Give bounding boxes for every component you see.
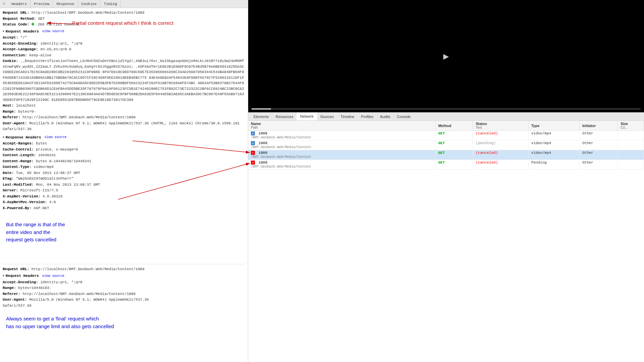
row-icon-blue: ⇄ bbox=[251, 131, 255, 135]
tab-timeline[interactable]: Timeline bbox=[337, 113, 358, 120]
tab-timing[interactable]: Timing bbox=[100, 0, 121, 8]
row-size bbox=[618, 131, 644, 140]
row-method: GET bbox=[438, 131, 445, 135]
view-source-link-3[interactable]: view source bbox=[42, 274, 64, 279]
request2-section: Request URL: http://localhost/BMT.GeoDas… bbox=[3, 264, 245, 309]
annotation-final-request: Always seem to get a 'final' request whi… bbox=[6, 315, 245, 330]
row-name: 1009 bbox=[259, 151, 267, 155]
tab-network[interactable]: Network bbox=[297, 113, 317, 120]
tab-resources[interactable]: Resources bbox=[272, 113, 297, 120]
row-icon-red-2: ⇄ bbox=[251, 161, 255, 165]
table-row[interactable]: ⇄ 1009 /BMT.GeoDash.Web/Media/Content GE… bbox=[248, 150, 644, 160]
annotation-text-1: Partial content request which I think is… bbox=[72, 20, 173, 26]
close-button[interactable]: × bbox=[1, 1, 7, 7]
tab-preview[interactable]: Preview bbox=[31, 0, 53, 8]
network-tab-bar: Elements Resources Network Sources Timel… bbox=[248, 113, 644, 121]
row-initiator: Other bbox=[579, 150, 618, 160]
video-player[interactable]: ▶ bbox=[248, 0, 644, 112]
video-progress-bar[interactable] bbox=[252, 108, 641, 110]
row-type: video/mp4 bbox=[528, 150, 579, 160]
header-accept-language: Accept-Language: en-US,en;q=0.8 bbox=[3, 47, 245, 52]
req2-url-label: Request URL: http://localhost/BMT.GeoDas… bbox=[3, 266, 245, 272]
tab-headers[interactable]: Headers bbox=[8, 0, 31, 8]
header-range: Range: bytes=0- bbox=[3, 109, 245, 115]
row-status: (canceled) bbox=[476, 161, 498, 165]
col-status: Status Text bbox=[473, 121, 528, 131]
res-etag: ETag: "WmZGXEGI9TmODiGlt3nFhA==" bbox=[3, 176, 245, 182]
res-server: Server: Microsoft-IIS/7.5 bbox=[3, 188, 245, 193]
table-row[interactable]: ⇄ 1009 /BMT.GeoDash.Web/Media/Content GE… bbox=[248, 160, 644, 170]
req2-referer: Referer: http://localhost/BMT.GeoDash.We… bbox=[3, 291, 245, 297]
tab-response[interactable]: Response bbox=[53, 0, 78, 8]
left-panel: × Headers Preview Response Cookies Timin… bbox=[0, 0, 248, 362]
row-path: /BMT.GeoDash.Web/Media/Content bbox=[251, 136, 311, 139]
row-status: (canceled) bbox=[476, 131, 498, 135]
devtools-tab-bar: × Headers Preview Response Cookies Timin… bbox=[0, 0, 248, 8]
row-status: (canceled) bbox=[476, 151, 498, 155]
annotation-partial-content: Partial content request which I think is… bbox=[72, 20, 173, 26]
row-icon-blue-2: ⇄ bbox=[251, 141, 255, 145]
col-size: Size Co... bbox=[618, 121, 644, 131]
row-type: Pending bbox=[528, 160, 579, 170]
header-accept-encoding: Accept-Encoding: identity;q=1, *;q=0 bbox=[3, 41, 245, 47]
tab-elements[interactable]: Elements bbox=[250, 113, 272, 120]
row-name: 1009 bbox=[259, 161, 267, 165]
req2-range: Range: bytes=19448183- bbox=[3, 285, 245, 291]
row-method: GET bbox=[438, 141, 445, 145]
network-panel: Elements Resources Network Sources Timel… bbox=[248, 112, 644, 362]
col-name: Name Path bbox=[248, 121, 435, 131]
req2-accept-encoding: Accept-Encoding: identity;q=1, *;q=0 bbox=[3, 280, 245, 285]
tab-profiles[interactable]: Profiles bbox=[358, 113, 377, 120]
row-size bbox=[618, 160, 644, 170]
row-status: (pending) bbox=[476, 141, 495, 145]
res-cache-control: Cache-Control: private, s-maxage=0 bbox=[3, 147, 245, 153]
row-initiator: Other bbox=[579, 140, 618, 150]
tab-audits[interactable]: Audits bbox=[377, 113, 394, 120]
row-method: GET bbox=[438, 161, 445, 165]
header-referer: Referer: http://localhost/BMT.GeoDash.We… bbox=[3, 115, 245, 120]
row-icon-red: ⇄ bbox=[251, 151, 255, 155]
view-source-link-2[interactable]: view source bbox=[44, 135, 66, 140]
req2-user-agent: User-Agent: Mozilla/5.0 (Windows NT 6.1;… bbox=[3, 297, 245, 303]
res-content-range: Content-Range: bytes 0-19448240/19448241 bbox=[3, 159, 245, 164]
row-initiator: Other bbox=[579, 160, 618, 170]
video-progress-fill bbox=[252, 108, 271, 110]
request-headers-section: ▼ Request Headers view source bbox=[3, 29, 245, 35]
row-name: 1009 bbox=[259, 141, 267, 145]
view-source-link[interactable]: view source bbox=[42, 29, 64, 34]
tab-sources[interactable]: Sources bbox=[317, 113, 337, 120]
table-row[interactable]: ⇄ 1009 /BMT.GeoDash.Web/Media/Content GE… bbox=[248, 131, 644, 140]
right-panel: ▶ Elements Resources Network Sources Tim… bbox=[248, 0, 644, 362]
headers-content: Request URL: http://localhost/BMT.GeoDas… bbox=[0, 8, 248, 332]
response-headers-section: ▼ Response Headers view source bbox=[3, 135, 245, 140]
res-accept-ranges: Accept-Ranges: bytes bbox=[3, 141, 245, 146]
res-powered-by: X-Powered-By: ASP.NET bbox=[3, 205, 245, 211]
col-method: Method bbox=[435, 121, 473, 131]
res-content-length: Content-Length: 19448241 bbox=[3, 153, 245, 158]
tab-console[interactable]: Console bbox=[394, 113, 414, 120]
res-content-type: Content-Type: video/mp4 bbox=[3, 164, 245, 170]
request-url-line: Request URL: http://localhost/BMT.GeoDas… bbox=[3, 10, 245, 16]
req2-safari: Safari/537.36 bbox=[3, 303, 245, 309]
row-size bbox=[618, 140, 644, 150]
header-accept: Accept: */* bbox=[3, 35, 245, 41]
table-row[interactable]: ⇄ 1009 /BMT.GeoDash.Web/Media/Content GE… bbox=[248, 140, 644, 150]
header-connection: Connection: keep-alive bbox=[3, 53, 245, 58]
col-initiator: Initiator bbox=[579, 121, 618, 131]
row-path: /BMT.GeoDash.Web/Media/Content bbox=[251, 145, 311, 149]
row-initiator: Other bbox=[579, 131, 618, 140]
row-name: 1009 bbox=[259, 131, 267, 135]
header-cookie: Cookie: __RequestVerificationToken_L0JNV… bbox=[3, 58, 245, 103]
res-last-modified: Last-Modified: Mon, 04 Nov 2013 13:08:37… bbox=[3, 182, 245, 188]
row-path: /BMT.GeoDash.Web/Media/Content bbox=[251, 165, 311, 169]
tab-cookies[interactable]: Cookies bbox=[78, 0, 100, 8]
res-aspnet-version: X-AspNet-Version: 4.0.30319 bbox=[3, 194, 245, 199]
header-host: Host: localhost bbox=[3, 103, 245, 109]
res-aspnetmvc-version: X-AspNetMvc-Version: 4.0 bbox=[3, 199, 245, 205]
col-type: Type bbox=[528, 121, 579, 131]
row-method: GET bbox=[438, 151, 445, 155]
play-button[interactable]: ▶ bbox=[443, 51, 449, 62]
row-size bbox=[618, 150, 644, 160]
annotation-but-range: But the range is that of theentire video… bbox=[6, 221, 245, 244]
row-path: /BMT.GeoDash.Web/Media/Content bbox=[251, 155, 311, 159]
